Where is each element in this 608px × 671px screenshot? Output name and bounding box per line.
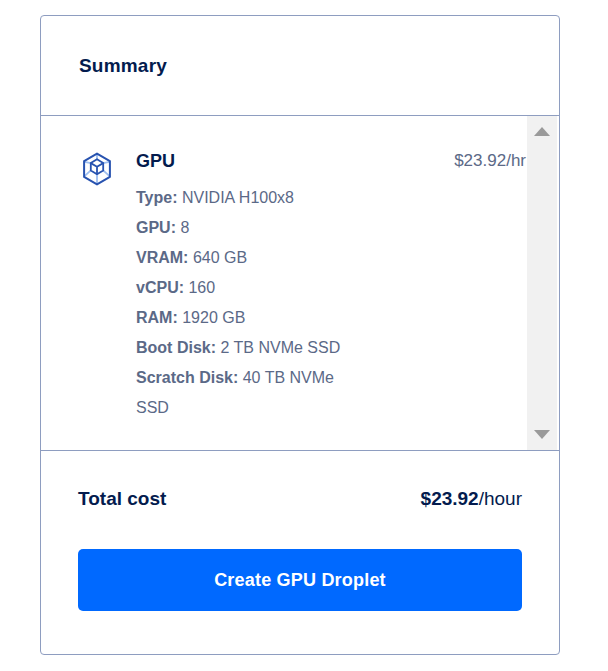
spec-label: vCPU: (136, 279, 184, 296)
spec-row-scratch-disk: Scratch Disk: 40 TB NVMe SSD (136, 363, 361, 423)
spec-label: Scratch Disk: (136, 369, 238, 386)
chevron-down-icon (534, 430, 550, 439)
spec-value: 1920 GB (182, 309, 245, 326)
scroll-up-button[interactable] (534, 127, 550, 136)
total-cost-row: Total cost $23.92/hour (78, 488, 522, 510)
spec-label: GPU: (136, 219, 176, 236)
spec-label: VRAM: (136, 249, 188, 266)
spec-label: Boot Disk: (136, 339, 216, 356)
spec-value: 640 GB (193, 249, 247, 266)
total-cost-amount: $23.92 (421, 488, 479, 509)
total-cost-unit: /hour (479, 488, 522, 509)
gpu-cube-icon (79, 150, 115, 188)
summary-title: Summary (79, 55, 167, 77)
spec-row-gpu: GPU: 8 (136, 213, 361, 243)
spec-value: NVIDIA H100x8 (182, 189, 294, 206)
spec-row-boot-disk: Boot Disk: 2 TB NVMe SSD (136, 333, 361, 363)
spec-value: 160 (188, 279, 215, 296)
gpu-line-item: GPU Type: NVIDIA H100x8 GPU: 8 VRAM: 640… (41, 116, 559, 423)
spec-label: RAM: (136, 309, 178, 326)
total-cost-value: $23.92/hour (421, 488, 522, 510)
spec-row-type: Type: NVIDIA H100x8 (136, 183, 361, 213)
scroll-down-button[interactable] (534, 430, 550, 439)
spec-label: Type: (136, 189, 177, 206)
summary-card: Summary GPU Type: NVIDIA H100x8 GPU: (40, 15, 560, 655)
gpu-item-details: GPU Type: NVIDIA H100x8 GPU: 8 VRAM: 640… (136, 149, 361, 423)
gpu-item-name: GPU (136, 149, 361, 173)
spec-value: 2 TB NVMe SSD (220, 339, 340, 356)
spec-row-vcpu: vCPU: 160 (136, 273, 361, 303)
spec-row-vram: VRAM: 640 GB (136, 243, 361, 273)
summary-header: Summary (41, 16, 559, 116)
total-cost-label: Total cost (78, 488, 166, 510)
gpu-item-price: $23.92/hr (454, 149, 526, 173)
spec-value: 8 (180, 219, 189, 236)
summary-footer: Total cost $23.92/hour Create GPU Drople… (41, 451, 559, 654)
spec-row-ram: RAM: 1920 GB (136, 303, 361, 333)
chevron-up-icon (534, 127, 550, 136)
create-gpu-droplet-button[interactable]: Create GPU Droplet (78, 549, 522, 611)
scrollbar[interactable] (527, 116, 557, 450)
summary-scroll-area: GPU Type: NVIDIA H100x8 GPU: 8 VRAM: 640… (41, 116, 559, 451)
